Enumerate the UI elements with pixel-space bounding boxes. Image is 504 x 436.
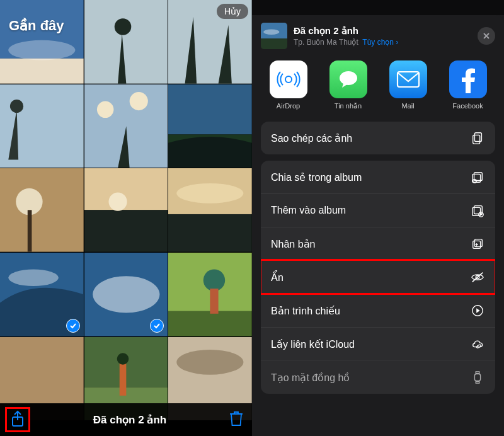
svg-point-27 xyxy=(203,270,225,291)
options-link[interactable]: Tùy chọn › xyxy=(362,38,398,47)
svg-point-42 xyxy=(340,71,357,85)
photo-thumb-selected[interactable] xyxy=(0,253,84,336)
action-group: Sao chép các ảnh xyxy=(261,122,495,154)
sheet-backdrop xyxy=(252,0,504,15)
svg-rect-44 xyxy=(474,133,481,142)
photos-select-screen: Gần đây Hủy Đã chọn 2 ảnh xyxy=(0,0,252,436)
photo-grid xyxy=(0,0,252,420)
sheet-title: Đã chọn 2 ảnh xyxy=(294,25,471,37)
svg-rect-3 xyxy=(84,0,168,84)
app-mail[interactable]: Mail xyxy=(384,60,433,110)
photo-thumb[interactable] xyxy=(84,168,168,252)
share-sheet: Đã chọn 2 ảnh Tp. Buôn Ma Thuột Tùy chọn… xyxy=(252,0,504,436)
location-text: Tp. Buôn Ma Thuột xyxy=(294,38,358,47)
action-share-album[interactable]: Chia sẻ trong album xyxy=(261,161,495,193)
svg-point-17 xyxy=(108,193,127,211)
app-messages[interactable]: Tin nhắn xyxy=(324,60,373,110)
shared-album-icon xyxy=(470,169,485,185)
photo-thumb[interactable] xyxy=(0,0,84,84)
sheet-header: Đã chọn 2 ảnh Tp. Buôn Ma Thuột Tùy chọn… xyxy=(252,15,504,60)
svg-point-22 xyxy=(8,270,59,287)
svg-rect-49 xyxy=(474,206,483,214)
svg-point-10 xyxy=(129,92,147,110)
svg-point-9 xyxy=(97,101,114,118)
app-airdrop[interactable]: AirDrop xyxy=(264,60,313,110)
svg-point-41 xyxy=(285,76,292,83)
photo-thumb[interactable] xyxy=(168,84,252,168)
close-button[interactable] xyxy=(478,27,495,45)
action-slideshow[interactable]: Bản trình chiếu xyxy=(261,294,495,327)
action-label: Lấy liên kết iCloud xyxy=(271,338,355,350)
svg-point-24 xyxy=(93,276,159,313)
photo-thumb[interactable] xyxy=(0,168,84,252)
svg-rect-1 xyxy=(0,59,84,84)
action-copy-photos[interactable]: Sao chép các ảnh xyxy=(261,122,495,154)
duplicate-icon xyxy=(470,236,485,251)
svg-rect-52 xyxy=(474,239,482,247)
svg-rect-19 xyxy=(168,214,252,252)
action-watch-face[interactable]: Tạo mặt đồng hồ xyxy=(261,360,495,394)
action-list: Sao chép các ảnh Chia sẻ trong album Thê… xyxy=(252,122,504,394)
svg-rect-39 xyxy=(261,38,287,49)
action-label: Thêm vào album xyxy=(271,205,346,216)
photo-thumb-selected[interactable] xyxy=(84,253,168,336)
svg-rect-50 xyxy=(472,207,481,215)
watch-icon xyxy=(470,370,485,385)
action-label: Bản trình chiếu xyxy=(271,305,340,317)
svg-point-2 xyxy=(8,40,75,60)
app-label: Facebook xyxy=(452,102,483,110)
svg-rect-45 xyxy=(473,135,480,144)
header-text: Đã chọn 2 ảnh Tp. Buôn Ma Thuột Tùy chọn… xyxy=(294,25,471,47)
svg-rect-57 xyxy=(474,374,480,381)
svg-rect-13 xyxy=(0,168,84,252)
svg-rect-11 xyxy=(168,84,252,135)
selection-check-icon xyxy=(66,319,80,333)
action-add-album[interactable]: Thêm vào album xyxy=(261,193,495,227)
app-facebook[interactable]: Facebook xyxy=(444,60,493,110)
photo-thumb[interactable] xyxy=(168,253,252,336)
header-thumbnail xyxy=(261,23,287,49)
action-hide[interactable]: Ẩn xyxy=(261,260,495,294)
share-sheet-panel: Đã chọn 2 ảnh Tp. Buôn Ma Thuột Tùy chọn… xyxy=(252,15,504,436)
action-duplicate[interactable]: Nhân bản xyxy=(261,227,495,260)
app-label: AirDrop xyxy=(277,102,300,110)
photo-thumb[interactable] xyxy=(168,168,252,252)
photo-thumb[interactable] xyxy=(0,84,84,168)
cancel-button[interactable]: Hủy xyxy=(217,4,248,19)
share-apps-row: AirDrop Tin nhắn Mail Facebook xyxy=(252,60,504,122)
svg-rect-33 xyxy=(119,362,126,395)
action-label: Tạo mặt đồng hồ xyxy=(271,372,350,384)
app-label: Mail xyxy=(401,102,414,110)
svg-rect-43 xyxy=(398,72,419,87)
photo-thumb[interactable] xyxy=(84,0,168,84)
svg-point-40 xyxy=(263,30,279,35)
svg-point-7 xyxy=(10,100,23,113)
photo-thumb[interactable] xyxy=(84,84,168,168)
selection-check-icon xyxy=(150,319,164,333)
play-icon xyxy=(470,303,485,318)
svg-rect-59 xyxy=(476,381,479,383)
svg-point-4 xyxy=(114,18,131,35)
bottom-toolbar: Đã chọn 2 ảnh xyxy=(0,403,252,436)
svg-rect-26 xyxy=(168,311,252,336)
svg-point-20 xyxy=(177,183,244,204)
action-icloud-link[interactable]: Lấy liên kết iCloud xyxy=(261,327,495,360)
action-group: Chia sẻ trong album Thêm vào album Nhân … xyxy=(261,161,495,394)
copy-icon xyxy=(470,130,485,146)
action-label: Sao chép các ảnh xyxy=(271,132,352,144)
action-label: Chia sẻ trong album xyxy=(271,171,362,183)
svg-point-56 xyxy=(476,344,481,348)
action-label: Nhân bản xyxy=(271,238,316,250)
svg-point-36 xyxy=(177,350,244,375)
svg-point-34 xyxy=(117,353,129,365)
svg-rect-16 xyxy=(84,210,168,252)
selection-count: Đã chọn 2 ảnh xyxy=(93,413,166,427)
action-label: Ẩn xyxy=(271,272,284,284)
share-button[interactable] xyxy=(5,407,30,432)
delete-button[interactable] xyxy=(229,410,243,429)
sheet-subtitle: Tp. Buôn Ma Thuột Tùy chọn › xyxy=(294,38,471,47)
svg-rect-58 xyxy=(476,372,479,374)
svg-rect-29 xyxy=(0,337,84,404)
add-album-icon xyxy=(470,203,485,218)
album-title: Gần đây xyxy=(9,18,64,34)
